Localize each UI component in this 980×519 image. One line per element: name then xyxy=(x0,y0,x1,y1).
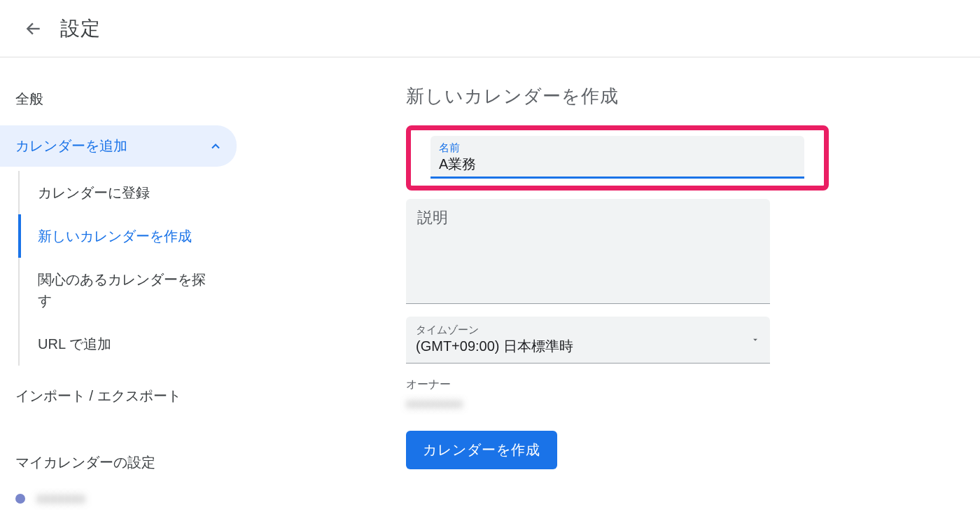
page-title: 設定 xyxy=(60,15,101,42)
name-input[interactable] xyxy=(439,155,796,172)
back-button[interactable] xyxy=(20,15,48,43)
sidebar-item-import-export[interactable]: インポート / エクスポート xyxy=(0,371,252,415)
arrow-left-icon xyxy=(24,20,43,38)
owner-block: オーナー xxxxxxxxx xyxy=(406,378,980,411)
header-bar: 設定 xyxy=(0,0,980,57)
create-calendar-button[interactable]: カレンダーを作成 xyxy=(406,431,557,469)
my-calendar-item[interactable]: 誕生日 xyxy=(0,515,252,519)
timezone-value: (GMT+09:00) 日本標準時 xyxy=(416,337,573,356)
sidebar-sub-add-by-url[interactable]: URL で追加 xyxy=(20,322,216,366)
settings-sidebar: 全般 カレンダーを追加 カレンダーに登録 新しいカレンダーを作成 関心のあるカレ… xyxy=(0,57,252,519)
description-field[interactable]: 説明 xyxy=(406,199,770,304)
sidebar-section-my-calendars: マイカレンダーの設定 xyxy=(0,415,252,482)
main-content: 新しいカレンダーを作成 名前 説明 タイムゾーン (GMT+09:00) 日本標… xyxy=(252,57,980,519)
sidebar-sub-create-new[interactable]: 新しいカレンダーを作成 xyxy=(18,214,214,258)
dropdown-arrow-icon xyxy=(750,335,760,345)
owner-label: オーナー xyxy=(406,378,980,392)
sidebar-item-general[interactable]: 全般 xyxy=(0,80,252,118)
sidebar-sub-browse-interest[interactable]: 関心のあるカレンダーを探す xyxy=(20,258,216,322)
form-heading: 新しいカレンダーを作成 xyxy=(406,84,980,109)
chevron-up-icon xyxy=(209,139,223,153)
sidebar-item-add-calendar[interactable]: カレンダーを追加 xyxy=(0,125,237,167)
name-field-label: 名前 xyxy=(439,141,796,155)
timezone-label: タイムゾーン xyxy=(416,324,573,337)
add-calendar-sublist: カレンダーに登録 新しいカレンダーを作成 関心のあるカレンダーを探す URL で… xyxy=(18,171,252,366)
timezone-select[interactable]: タイムゾーン (GMT+09:00) 日本標準時 xyxy=(406,317,770,364)
calendar-color-dot-icon xyxy=(15,494,25,504)
sidebar-sub-subscribe[interactable]: カレンダーに登録 xyxy=(20,171,216,214)
sidebar-item-label: カレンダーを追加 xyxy=(15,137,127,155)
calendar-label: xxxxxxx xyxy=(36,490,85,506)
description-field-label: 説明 xyxy=(417,207,759,228)
my-calendar-item[interactable]: xxxxxxx xyxy=(0,482,252,515)
owner-value: xxxxxxxxx xyxy=(406,396,980,411)
name-field[interactable]: 名前 xyxy=(430,136,804,179)
name-field-highlight: 名前 xyxy=(406,125,829,191)
